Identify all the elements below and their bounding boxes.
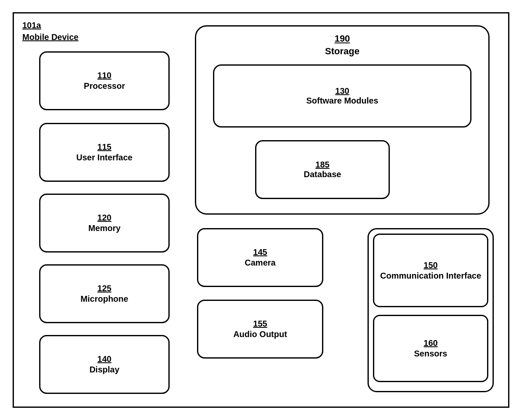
audio-label: Audio Output <box>233 330 287 339</box>
comm-interface-box: 150 Communication Interface <box>373 234 488 307</box>
comm-num: 150 <box>423 261 437 270</box>
database-box: 185 Database <box>255 140 390 199</box>
db-label: Database <box>304 170 341 179</box>
sensors-label: Sensors <box>414 349 447 359</box>
processor-num: 110 <box>97 71 111 80</box>
storage-box: 190 Storage 130 Software Modules 185 Dat… <box>195 25 490 215</box>
camera-num: 145 <box>253 247 267 257</box>
ui-label: User Interface <box>76 153 132 162</box>
storage-label: Storage <box>196 46 488 57</box>
memory-num: 120 <box>97 213 111 223</box>
sw-label: Software Modules <box>306 96 378 106</box>
microphone-box: 125 Microphone <box>39 264 170 323</box>
memory-box: 120 Memory <box>39 194 170 253</box>
audio-output-box: 155 Audio Output <box>197 300 323 359</box>
comm-outer-box: 150 Communication Interface 160 Sensors <box>368 228 494 392</box>
storage-num: 190 <box>196 33 488 44</box>
audio-num: 155 <box>253 319 267 329</box>
display-box: 140 Display <box>39 335 170 394</box>
processor-label: Processor <box>84 81 125 91</box>
db-num: 185 <box>315 160 329 170</box>
device-label: 101a Mobile Device <box>22 19 78 43</box>
microphone-label: Microphone <box>80 294 128 304</box>
memory-label: Memory <box>88 223 121 233</box>
sensors-box: 160 Sensors <box>373 315 488 382</box>
ui-num: 115 <box>97 142 111 152</box>
display-label: Display <box>89 365 119 375</box>
microphone-num: 125 <box>97 284 111 293</box>
comm-label: Communication Interface <box>380 271 481 281</box>
display-num: 140 <box>97 354 111 364</box>
device-id: 101a <box>22 21 41 30</box>
software-modules-box: 130 Software Modules <box>213 64 471 128</box>
camera-box: 145 Camera <box>197 228 323 287</box>
sw-num: 130 <box>335 86 349 96</box>
diagram-container: 101a Mobile Device 110 Processor 115 Use… <box>13 12 509 408</box>
user-interface-box: 115 User Interface <box>39 123 170 182</box>
sensors-num: 160 <box>423 338 437 348</box>
device-name: Mobile Device <box>22 32 78 42</box>
processor-box: 110 Processor <box>39 51 170 110</box>
camera-label: Camera <box>245 258 275 268</box>
